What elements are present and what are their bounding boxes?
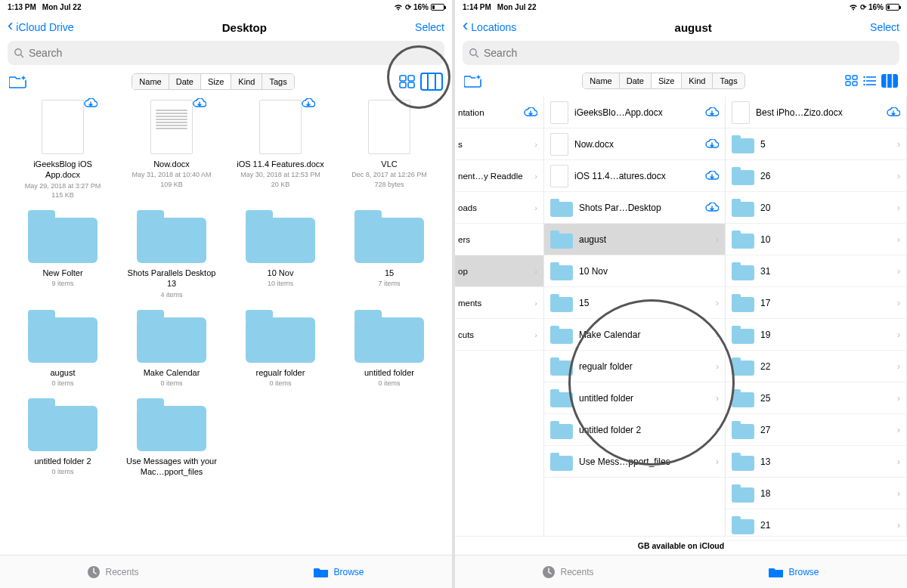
folder-item[interactable]: august0 items <box>11 307 115 388</box>
list-row[interactable]: cuts› <box>455 319 543 351</box>
select-button[interactable]: Select <box>870 21 899 33</box>
folder-row[interactable]: 22› <box>726 351 906 382</box>
folder-row[interactable]: Make Calendar› <box>544 319 725 351</box>
file-item[interactable]: iOS 11.4 Features.docxMay 30, 2018 at 12… <box>228 98 333 200</box>
file-row[interactable]: Now.docx <box>544 128 725 160</box>
folder-row[interactable]: Use Mess…pport_files› <box>544 446 725 478</box>
navigation-bar: Locations august Select <box>455 14 907 41</box>
row-label: 10 Nov <box>579 266 719 277</box>
cloud-download-icon[interactable] <box>705 203 719 213</box>
row-label: untitled folder 2 <box>579 425 710 435</box>
column-view-icon[interactable] <box>420 73 443 91</box>
sort-name[interactable]: Name <box>583 73 619 88</box>
folder-item[interactable]: Shots Parallels Desktop 134 items <box>119 207 224 299</box>
list-view-icon[interactable] <box>863 76 877 86</box>
new-folder-icon[interactable] <box>464 73 482 88</box>
folder-row[interactable]: 20› <box>726 192 906 224</box>
list-row[interactable]: ers <box>455 224 543 255</box>
folder-item[interactable]: 157 items <box>337 207 441 299</box>
folder-row[interactable]: august› <box>544 224 725 255</box>
folder-row[interactable]: 13› <box>726 446 906 478</box>
folder-row[interactable]: 27› <box>726 414 906 446</box>
file-item[interactable]: VLCDec 8, 2017 at 12:26 PM728 bytes <box>337 98 441 200</box>
folder-row[interactable]: 10 Nov <box>544 255 725 287</box>
folder-item[interactable]: Make Calendar0 items <box>119 307 224 388</box>
folder-row[interactable]: 26› <box>726 160 906 192</box>
select-button[interactable]: Select <box>415 21 444 33</box>
list-row[interactable]: ments› <box>455 287 543 319</box>
rotation-lock-icon: ⟳ <box>860 3 866 11</box>
folder-item[interactable]: regualr folder0 items <box>228 307 333 388</box>
folder-item[interactable]: New Folter9 items <box>11 207 115 299</box>
item-name: New Folter <box>42 268 82 278</box>
folder-row[interactable]: Shots Par…Desktop <box>544 192 725 224</box>
item-name: VLC <box>381 159 397 169</box>
status-day: Mon Jul 22 <box>497 3 537 11</box>
cloud-download-icon[interactable] <box>193 98 206 109</box>
folder-row[interactable]: 19› <box>726 319 906 351</box>
search-icon <box>469 48 479 58</box>
cloud-download-icon[interactable] <box>887 107 900 118</box>
folder-item[interactable]: Use Messages with your Mac…pport_files <box>119 395 224 478</box>
file-row[interactable]: Best iPho…Zizo.docx <box>726 97 906 128</box>
folder-row[interactable]: 18› <box>726 478 906 509</box>
folder-item[interactable]: untitled folder 20 items <box>11 395 115 478</box>
folder-row[interactable]: untitled folder› <box>544 382 725 414</box>
file-item[interactable]: Now.docxMay 31, 2018 at 10:40 AM109 KB <box>119 98 224 200</box>
sort-tags[interactable]: Tags <box>262 74 293 89</box>
folder-row[interactable]: 15› <box>544 287 725 319</box>
icon-view-icon[interactable] <box>399 75 416 88</box>
sort-date[interactable]: Date <box>620 73 652 88</box>
list-row[interactable]: ntation <box>455 97 543 128</box>
grid-view-icon[interactable] <box>845 75 859 87</box>
folder-row[interactable]: 5› <box>726 128 906 160</box>
list-row[interactable]: nent…y Readdle› <box>455 160 543 192</box>
folder-row[interactable]: 17› <box>726 287 906 319</box>
folder-row[interactable]: 21› <box>726 509 906 541</box>
browse-tab[interactable]: Browse <box>681 556 907 588</box>
cloud-download-icon[interactable] <box>524 107 537 118</box>
list-row[interactable]: oads› <box>455 192 543 224</box>
list-row[interactable]: s› <box>455 128 543 160</box>
file-row[interactable]: iGeeksBlo…App.docx <box>544 97 725 128</box>
recents-tab[interactable]: Recents <box>0 556 226 588</box>
search-bar[interactable] <box>8 41 444 65</box>
sort-kind[interactable]: Kind <box>231 74 262 89</box>
folder-row[interactable]: 25› <box>726 382 906 414</box>
recents-tab[interactable]: Recents <box>455 556 681 588</box>
folder-icon <box>732 421 754 439</box>
cloud-download-icon[interactable] <box>84 98 98 109</box>
folder-icon <box>732 231 754 249</box>
cloud-download-icon[interactable] <box>302 98 315 109</box>
list-row[interactable]: op› <box>455 255 543 287</box>
folder-row[interactable]: untitled folder 2› <box>544 414 725 446</box>
search-input[interactable] <box>484 47 893 59</box>
battery-icon <box>431 4 444 11</box>
sort-kind[interactable]: Kind <box>682 73 713 88</box>
folder-icon <box>732 453 754 471</box>
sort-size[interactable]: Size <box>652 73 682 88</box>
folder-item[interactable]: 10 Nov10 items <box>228 207 333 299</box>
back-button[interactable]: iCloud Drive <box>8 21 74 33</box>
folder-item[interactable]: untitled folder0 items <box>337 307 441 388</box>
browse-tab[interactable]: Browse <box>226 556 452 588</box>
folder-row[interactable]: 10› <box>726 224 906 255</box>
sort-tags[interactable]: Tags <box>713 73 744 88</box>
search-input[interactable] <box>29 47 438 59</box>
item-name: untitled folder 2 <box>34 456 91 466</box>
cloud-download-icon[interactable] <box>705 139 719 150</box>
sort-name[interactable]: Name <box>132 74 169 89</box>
file-item[interactable]: iGeeksBlog iOS App.docxMay 29, 2018 at 3… <box>11 98 115 200</box>
new-folder-icon[interactable] <box>9 74 27 89</box>
cloud-download-icon[interactable] <box>705 107 719 118</box>
sort-date[interactable]: Date <box>169 74 201 89</box>
folder-row[interactable]: regualr folder› <box>544 351 725 382</box>
folder-row[interactable]: 31› <box>726 255 906 287</box>
sort-size[interactable]: Size <box>201 74 231 89</box>
search-bar[interactable] <box>463 41 899 65</box>
page-title: Desktop <box>222 21 267 34</box>
column-view-icon[interactable] <box>881 74 898 88</box>
cloud-download-icon[interactable] <box>705 171 719 181</box>
file-row[interactable]: iOS 11.4…atures.docx <box>544 160 725 192</box>
back-button[interactable]: Locations <box>463 21 516 33</box>
